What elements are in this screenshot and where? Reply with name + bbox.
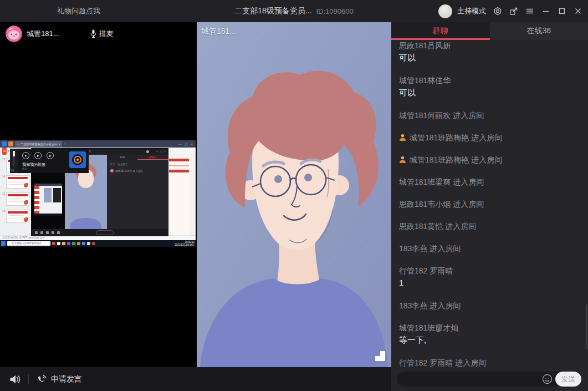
chat-message: 城管181班廖才灿等一下, [399,322,580,346]
tab-group-chat[interactable]: 群聊 [391,22,490,40]
message-text: 等一下, [399,333,580,346]
message-text: 1 [399,276,580,289]
join-text: 思政181黄恺 进入房间 [399,221,580,232]
taskbar-search: 在这里输入你要搜索的内容 [7,241,50,246]
bottom-toolbar: 申请发言 [0,367,391,391]
join-message: 城管181班路梅艳 进入房间 [399,154,580,165]
ppt-slide-edge [166,155,191,236]
chat-panel: 群聊 在线36 思政181吕风妍可以城管181林佳华可以城管181何丽欢 进入房… [391,22,588,391]
avatar-illustration [197,22,391,367]
host-mode-label: 主持模式 [457,6,486,16]
resize-corner-icon[interactable] [374,349,386,364]
join-text: 城管181何丽欢 进入房间 [399,110,580,121]
user-avatar[interactable] [438,4,452,18]
speaker-overlay: 城管181... 排麦 [6,26,114,42]
close-button[interactable] [574,7,582,16]
recursive-screenshot [34,184,62,216]
queue-mic-button[interactable]: 排麦 [90,29,114,39]
chat-scrollbar[interactable] [586,304,587,349]
maximize-button[interactable] [558,7,566,16]
speaker-avatar [6,26,22,42]
nested-hint: 提示：全员禁言 [110,163,168,166]
slide-thumbnail: 14 [2,175,29,189]
nested-avatar [146,150,149,153]
chat-message: 城管181林佳华可以 [399,75,580,99]
music-title: 我和我的祖国 [22,162,45,167]
join-message: 183李燕 进入房间 [399,243,580,254]
message-text: 可以 [399,86,580,99]
album-art-icon [69,151,86,168]
chat-tab-bar: 群聊 在线36 [391,22,588,40]
user-icon [399,156,406,164]
room-id: ID:1090600 [316,7,354,16]
message-author: 城管181班廖才灿 [399,322,580,333]
browser-window-controls: — ▢ × [178,142,194,146]
minimize-button[interactable] [541,7,550,16]
windows-taskbar: 在这里输入你要搜索的内容 19:00:13 2021/12/12星期日 [0,240,196,247]
emoji-icon[interactable] [542,374,553,384]
window-title-group: 二支部18级预备党员... ID:1090600 [183,0,405,22]
taskbar-app-icons [52,242,173,245]
popout-icon[interactable] [509,7,518,16]
volume-slider: 60 [10,149,18,173]
send-button[interactable]: 发送 [555,372,581,387]
user-icon [399,134,406,141]
browser-home-tab [2,141,7,146]
join-message: 思政181黄恺 进入房间 [399,221,580,232]
raise-hand-phone-icon [37,374,47,384]
nested-chat-panel: 群聊 在线31 提示：全员禁言 城管181卡哇伊 进入房间 [107,155,168,229]
chat-input[interactable] [397,372,581,387]
chat-input-bar: 发送 [391,367,588,391]
join-message: 城管181班路梅艳 进入房间 [399,132,580,143]
join-message: 城管181班梁爽 进入房间 [399,176,580,187]
nested-message: 城管181卡哇伊 进入房间 [110,169,168,172]
queue-mic-label: 排麦 [99,29,114,39]
browser-tab-strip: 二支部18级预备党员小组.pptx× + — ▢ × [0,140,196,148]
title-bar: 礼物问题点我 二支部18级预备党员... ID:1090600 主持模式 [0,0,588,22]
settings-gear-icon[interactable] [493,7,502,16]
ppt-status-bar: 第13页/共15页 页-PPT. www.1ppt.com [0,235,196,240]
message-text: 可以 [399,51,580,64]
join-text: 城管181班路梅艳 进入房间 [399,132,580,143]
menu-icon[interactable] [525,7,534,16]
taskbar-clock: 19:00:13 2021/12/12星期日 [175,241,195,246]
join-message: 城管181何丽欢 进入房间 [399,110,580,121]
start-button-icon [1,241,6,246]
toolbar-divider [28,374,29,384]
speaker-name: 城管181... [27,29,59,39]
ppt-right-toolbar [191,155,196,236]
request-speak-label: 申请发言 [51,374,82,384]
music-subtitle: 歌词 [22,167,27,170]
meeting-app-window: 礼物问题点我 二支部18级预备党员... ID:1090600 主持模式 [0,0,588,391]
join-text: 思政181韦小烟 进入房间 [399,199,580,210]
chat-message-list[interactable]: 思政181吕风妍可以城管181林佳华可以城管181何丽欢 进入房间 城管181班… [391,40,588,367]
slide-thumbnail: 15 [2,192,29,206]
join-message: 行管182 罗雨晴 进入房间 [399,357,580,367]
room-title: 二支部18级预备党员... [234,6,311,16]
main-speaker-name: 城管181... [201,27,236,37]
browser-tab-icon [8,141,13,146]
music-player-overlay: 60 我和我的祖国 歌词 [10,149,89,173]
join-text: 城管181班梁爽 进入房间 [399,176,580,187]
join-text: 183李燕 进入房间 [399,243,580,254]
join-text: 城管181班路梅艳 进入房间 [399,154,580,165]
request-speak-button[interactable]: 申请发言 [37,374,82,384]
join-text: 行管182 罗雨晴 进入房间 [399,357,580,367]
message-author: 城管181林佳华 [399,75,580,86]
message-author: 行管182 罗雨晴 [399,265,580,276]
chat-message: 行管182 罗雨晴1 [399,265,580,289]
speaker-icon[interactable] [9,374,22,384]
message-author: 思政181吕风妍 [399,40,580,51]
join-message: 183李燕 进入房间 [399,300,580,311]
playback-controls [22,152,54,159]
nested-toolbar [32,229,168,236]
tab-online-count[interactable]: 在线36 [490,22,588,40]
main-video-pane: 城管181... [197,22,391,367]
shared-desktop-thumbnail: 二支部18级预备党员小组.pptx× + — ▢ × W 文件 开始 插入 设计… [0,140,196,247]
join-text: 183李燕 进入房间 [399,300,580,311]
titlebar-actions: 主持模式 [438,0,582,22]
screenshare-video-pane: 城管181... 排麦 二支部18级预备党员小组.pptx× + — ▢ × [0,22,197,367]
slide-thumbnail: 16 [2,210,29,223]
browser-active-tab: 二支部18级预备党员小组.pptx× [15,141,62,147]
gift-question-link[interactable]: 礼物问题点我 [57,0,100,22]
